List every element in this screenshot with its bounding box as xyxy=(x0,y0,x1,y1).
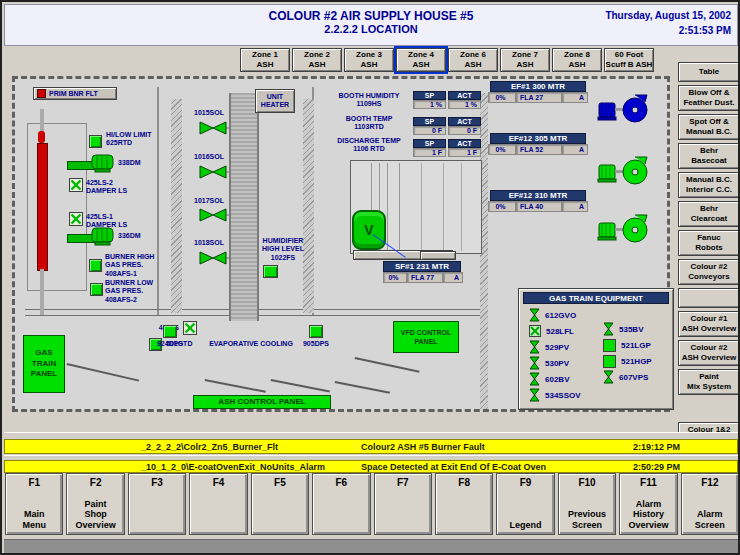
gas-train-panel: GAS TRAIN PANEL xyxy=(23,335,65,393)
sf1-motor-status: SF#1 231 MTR 0% FLA 77 A xyxy=(383,261,463,283)
sp-header: SP xyxy=(413,139,446,148)
gas-train-equipment-panel: GAS TRAIN EQUIPMENT 612GVO 528LFL 529PV … xyxy=(518,288,674,410)
motor-amp: A xyxy=(562,144,588,155)
fkey-caption: Alarm History Overview xyxy=(628,499,668,531)
fkey-label: F3 xyxy=(151,477,163,488)
fkey-caption: Alarm Screen xyxy=(695,509,725,531)
motor-fla: FLA 27 xyxy=(516,92,562,103)
fkey-f6[interactable]: F6 xyxy=(312,473,370,535)
fkey-label: F10 xyxy=(578,477,595,488)
motor-amp: A xyxy=(562,201,588,212)
support-line xyxy=(67,363,140,382)
sidebar-item-fanuc-robots[interactable]: Fanuc Robots xyxy=(678,230,740,256)
fan-icon xyxy=(597,93,649,125)
fkey-f10-previous-screen[interactable]: F10 Previous Screen xyxy=(558,473,616,535)
sidebar-item-manual-bc-interior-cc[interactable]: Manual B.C. Interior C.C. xyxy=(678,172,740,198)
booth-humidity-label: BOOTH HUMIDITY 1109HS xyxy=(327,92,411,109)
sidebar-item-colour2-conveyors[interactable]: Colour #2 Conveyors xyxy=(678,259,740,285)
fkey-f11-alarm-history-overview[interactable]: F11 Alarm History Overview xyxy=(619,473,677,535)
discharge-temp-spact: SP ACT 1 F 1 F xyxy=(413,139,481,157)
fkey-f4[interactable]: F4 xyxy=(189,473,247,535)
support-line xyxy=(335,381,390,394)
gas-train-item-label: 602BV xyxy=(545,375,569,384)
sidebar-item-blank[interactable] xyxy=(678,288,740,308)
gas-train-item-label: 607VPS xyxy=(619,373,648,382)
status-square-icon xyxy=(603,339,616,352)
bottom-strip xyxy=(4,539,738,555)
humidifier-status-square-icon xyxy=(263,265,278,278)
alarm-row-1[interactable]: _2_2_2_2\Colr2_Zn5_Burner_Flt Colour2 AS… xyxy=(4,439,738,454)
sidebar-item-behr-clearcoat[interactable]: Behr Clearcoat xyxy=(678,201,740,227)
alarm-tag: _10_1_2_0\E-coatOvenExit_NoUnits_Alarm xyxy=(5,462,361,472)
dm338-label: 338DM xyxy=(118,159,141,167)
support-line xyxy=(271,379,330,392)
hilow-limit-label: HI/LOW LIMIT 625RTD xyxy=(106,131,166,148)
zone-tab-4[interactable]: Zone 4 ASH xyxy=(396,48,446,72)
motor-name: EF#12 310 MTR xyxy=(490,190,586,201)
act-header: ACT xyxy=(448,91,481,100)
vfd-control-panel: VFD CONTROL PANEL xyxy=(393,321,459,353)
vertical-valve-icon xyxy=(529,308,540,322)
fan-base-block xyxy=(420,251,456,260)
alarm-row-2[interactable]: _10_1_2_0\E-coatOvenExit_NoUnits_Alarm S… xyxy=(4,460,738,473)
fkey-f9-legend[interactable]: F9 Legend xyxy=(496,473,554,535)
sidebar-item-colour1-ash-overview[interactable]: Colour #1 ASH Overview xyxy=(678,311,740,337)
sidebar-item-spot-off-manual-bc[interactable]: Spot Off & Manual B.C. xyxy=(678,114,740,140)
humidifier-label: HUMIDIFIER HIGH LEVEL 1022FS xyxy=(253,237,313,262)
fkey-f1-main-menu[interactable]: F1 Main Menu xyxy=(5,473,63,535)
gas-train-item-label: 529PV xyxy=(545,343,569,352)
zone-tab-60ft-scuff[interactable]: 60 Foot Scuff B ASH xyxy=(604,48,654,72)
zone-tab-bar: Zone 1 ASH Zone 2 ASH Zone 3 ASH Zone 4 … xyxy=(240,48,654,72)
fkey-f8[interactable]: F8 xyxy=(435,473,493,535)
gas-train-equipment-title: GAS TRAIN EQUIPMENT xyxy=(523,292,669,304)
alarm-message: Space Detected at Exit End Of E-Coat Ove… xyxy=(361,462,633,472)
fkey-f2-paint-shop-overview[interactable]: F2 Paint Shop Overview xyxy=(66,473,124,535)
fkey-f5[interactable]: F5 xyxy=(251,473,309,535)
alarm-message: Colour2 ASH #5 Burner Fault xyxy=(361,442,633,452)
date-label: Thursday, August 15, 2002 xyxy=(605,8,731,23)
motor-name: EF#12 305 MTR xyxy=(490,133,586,144)
burner-low-status-square-icon xyxy=(90,283,103,296)
motor-fla: FLA 52 xyxy=(516,144,562,155)
fkey-f3[interactable]: F3 xyxy=(128,473,186,535)
burner-stem xyxy=(40,269,44,315)
burner-cap-icon xyxy=(38,131,45,143)
filter-bank xyxy=(171,99,182,313)
zone-tab-7[interactable]: Zone 7 ASH xyxy=(500,48,550,72)
filter-bank xyxy=(303,99,314,313)
dps924-status-square-icon xyxy=(163,325,177,338)
booth-temp-label: BOOTH TEMP 1103RTD xyxy=(327,115,411,132)
dps905-status-square-icon xyxy=(309,325,323,338)
sol-valve-label: 1016SOL xyxy=(183,153,235,161)
zone-tab-2[interactable]: Zone 2 ASH xyxy=(292,48,342,72)
motor-pct: 0% xyxy=(383,272,407,283)
motor-pct: 0% xyxy=(488,201,516,212)
zone-tab-8[interactable]: Zone 8 ASH xyxy=(552,48,602,72)
ash-diagram: PRIM BNR FLT HI/LOW LIMIT 625RTD 338DM 4… xyxy=(12,76,670,412)
act-header: ACT xyxy=(448,139,481,148)
sidebar-item-behr-basecoat[interactable]: Behr Basecoat xyxy=(678,143,740,169)
support-line xyxy=(205,379,266,393)
vertical-valve-icon xyxy=(529,372,540,386)
motor-name: EF#1 300 MTR xyxy=(490,81,586,92)
sidebar-item-colour2-ash-overview[interactable]: Colour #2 ASH Overview xyxy=(678,340,740,366)
sidebar-item-blow-off-feather-dust[interactable]: Blow Off & Feather Dust. xyxy=(678,85,740,111)
sidebar-item-paint-mix-system[interactable]: Paint Mix System xyxy=(678,369,740,395)
sidebar-item-table[interactable]: Table xyxy=(678,62,740,82)
zone-tab-1[interactable]: Zone 1 ASH xyxy=(240,48,290,72)
fkey-f7[interactable]: F7 xyxy=(374,473,432,535)
motor-amp: A xyxy=(443,272,463,283)
motor-amp: A xyxy=(562,92,588,103)
zone-tab-6[interactable]: Zone 6 ASH xyxy=(448,48,498,72)
status-square-icon xyxy=(603,355,616,368)
gas-train-item-label: 534SSOV xyxy=(545,391,581,400)
fkey-label: F1 xyxy=(28,477,40,488)
sidebar-nav: Table Blow Off & Feather Dust. Spot Off … xyxy=(678,62,740,448)
vertical-valve-icon xyxy=(529,356,540,370)
vfd-motor-letter: V xyxy=(364,222,373,238)
fkey-label: F9 xyxy=(520,477,532,488)
hmi-window: COLOUR #2 AIR SUPPLY HOUSE #5 2.2.2.2 LO… xyxy=(0,0,740,555)
prim-bnr-flt-label: PRIM BNR FLT xyxy=(49,90,98,97)
zone-tab-3[interactable]: Zone 3 ASH xyxy=(344,48,394,72)
fkey-f12-alarm-screen[interactable]: F12 Alarm Screen xyxy=(681,473,739,535)
